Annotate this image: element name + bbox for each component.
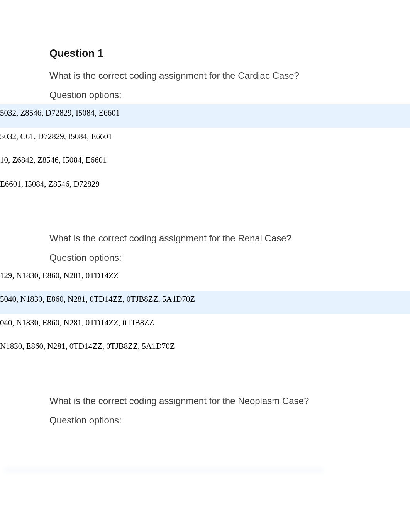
question-prompt-cardiac: What is the correct coding assignment fo… [49, 70, 410, 81]
option-item[interactable]: 5032, Z8546, D72829, I5084, E6601 [0, 104, 410, 128]
option-item[interactable]: E6601, I5084, Z8546, D72829 [0, 175, 410, 199]
option-item[interactable]: 040, N1830, E860, N281, 0TD14ZZ, 0TJB8ZZ [0, 314, 410, 338]
option-item[interactable]: 10, Z6842, Z8546, I5084, E6601 [0, 151, 410, 175]
shadow-divider [4, 466, 324, 475]
options-label-renal: Question options: [49, 252, 410, 263]
question-prompt-neoplasm: What is the correct coding assignment fo… [49, 396, 410, 406]
options-label-neoplasm: Question options: [49, 415, 410, 426]
question-prompt-renal: What is the correct coding assignment fo… [49, 233, 410, 244]
options-label-cardiac: Question options: [49, 90, 410, 100]
question-title: Question 1 [49, 48, 410, 59]
option-item[interactable]: 5040, N1830, E860, N281, 0TD14ZZ, 0TJB8Z… [0, 291, 410, 314]
option-item[interactable]: 129, N1830, E860, N281, 0TD14ZZ [0, 267, 410, 291]
option-item[interactable]: N1830, E860, N281, 0TD14ZZ, 0TJB8ZZ, 5A1… [0, 338, 410, 361]
option-item[interactable]: 5032, C61, D72829, I5084, E6601 [0, 128, 410, 151]
